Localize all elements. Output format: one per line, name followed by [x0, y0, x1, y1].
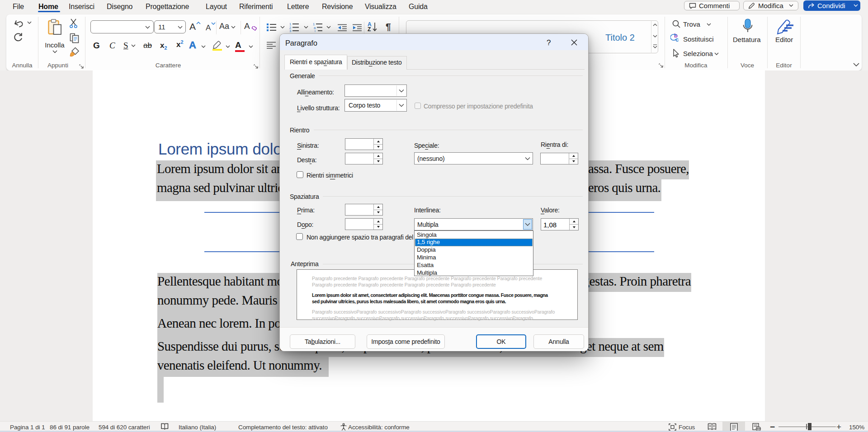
svg-text:3: 3	[289, 29, 291, 32]
